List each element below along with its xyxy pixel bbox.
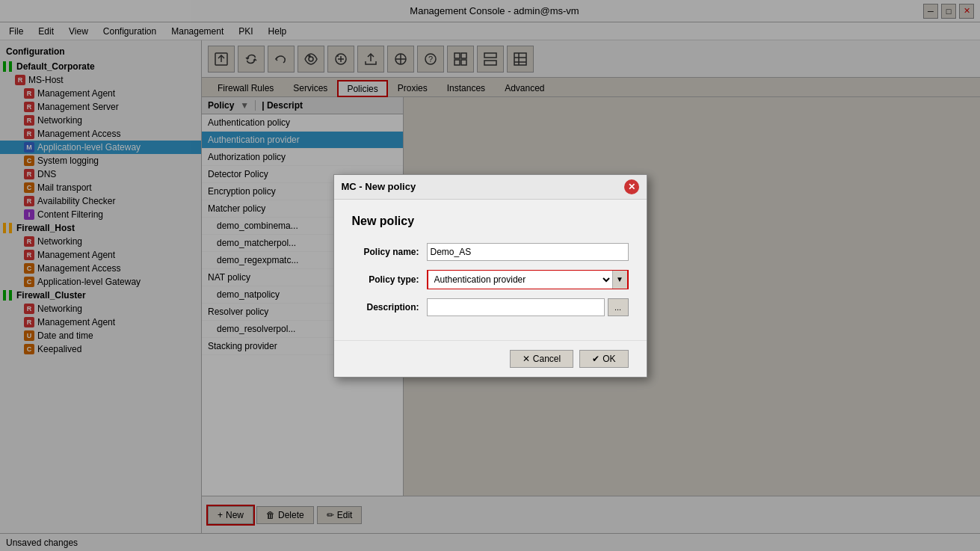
- policy-type-row: Policy type: Authentication provider Aut…: [352, 270, 629, 289]
- description-browse-button[interactable]: ...: [608, 298, 629, 316]
- modal-dialog: MC - New policy ✕ New policy Policy name…: [333, 174, 647, 378]
- cancel-button[interactable]: ✕ Cancel: [510, 350, 573, 368]
- policy-name-row: Policy name:: [352, 243, 629, 261]
- modal-close-button[interactable]: ✕: [624, 179, 639, 194]
- modal-title: MC - New policy: [342, 181, 416, 192]
- modal-heading: New policy: [352, 215, 629, 228]
- select-arrow-icon[interactable]: ▼: [612, 271, 627, 289]
- ok-button[interactable]: ✔ OK: [579, 350, 628, 368]
- ok-label: OK: [603, 354, 615, 364]
- policy-type-select[interactable]: Authentication provider Authentication p…: [428, 271, 612, 289]
- policy-name-label: Policy name:: [352, 247, 427, 257]
- modal-overlay: MC - New policy ✕ New policy Policy name…: [0, 0, 980, 551]
- modal-footer: ✕ Cancel ✔ OK: [334, 340, 647, 377]
- cancel-label: Cancel: [533, 354, 561, 364]
- description-input[interactable]: [427, 298, 605, 316]
- modal-titlebar: MC - New policy ✕: [334, 175, 647, 200]
- ok-icon: ✔: [592, 354, 600, 364]
- description-label: Description:: [352, 302, 427, 313]
- modal-body: New policy Policy name: Policy type: Aut…: [334, 200, 647, 340]
- policy-type-label: Policy type:: [352, 274, 427, 285]
- policy-type-select-wrapper: Authentication provider Authentication p…: [427, 270, 629, 289]
- description-row: Description: ...: [352, 298, 629, 316]
- policy-name-input[interactable]: [427, 243, 629, 261]
- cancel-icon: ✕: [523, 354, 530, 364]
